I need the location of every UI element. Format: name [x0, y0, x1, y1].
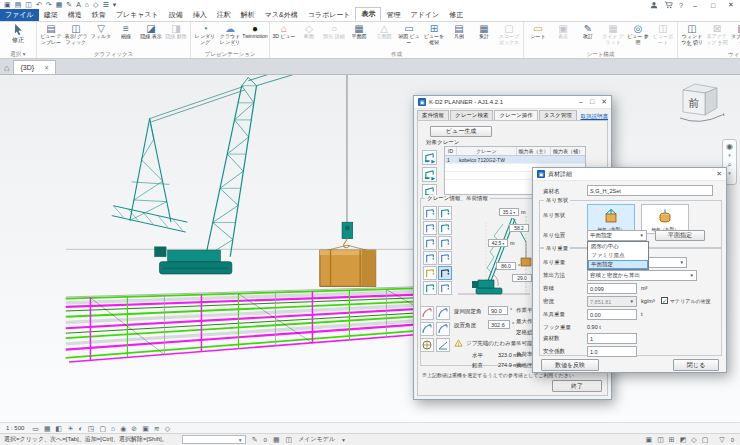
ribbon-button[interactable]: ⌂3D ビュー	[272, 23, 296, 40]
ribbon-tab[interactable]: マス&外構	[260, 9, 303, 21]
close-dialog-button[interactable]: 閉じる	[673, 359, 719, 371]
ribbon-button[interactable]: ▽フィルタ	[89, 23, 113, 40]
scale-button[interactable]: 1 : 500	[3, 424, 27, 432]
material-count-input[interactable]: 1	[587, 333, 637, 344]
install-angle-input[interactable]: 302.6	[488, 320, 510, 329]
ribbon-tab[interactable]: 設備	[164, 9, 188, 21]
crane-tool-button[interactable]	[423, 221, 437, 235]
view-control-icon[interactable]: ⊘	[131, 424, 137, 433]
viewcube-orbit-arrow[interactable]	[680, 115, 722, 121]
view-control-icon[interactable]: ▣	[142, 424, 149, 433]
ribbon-button[interactable]: ◎ビュー 参照	[626, 23, 650, 45]
select-group-label[interactable]: 選択 ▾	[2, 50, 34, 58]
ribbon-button[interactable]: ▦ガイド グリッド	[601, 23, 625, 45]
ribbon-button[interactable]: ⊞ビューを 複製	[422, 23, 446, 45]
ribbon-button[interactable]: ☁クラウド レンダリング	[218, 23, 242, 46]
material-density-checkbox[interactable]: ✓ マテリアルの密度	[661, 297, 711, 304]
viewcube[interactable]: 前	[676, 77, 730, 123]
ribbon-button[interactable]: ≡細線	[114, 23, 138, 40]
qat-icon[interactable]: ↶	[36, 1, 42, 9]
position-combo[interactable]: 平面指定▼	[587, 230, 647, 241]
manual-link[interactable]: 取扱説明書	[581, 113, 609, 120]
grid-icon[interactable]: ▦	[273, 436, 280, 444]
crane-tool-button[interactable]	[423, 206, 437, 220]
rigging-weight-input[interactable]: 0.00	[587, 309, 637, 320]
crane-select-button[interactable]: ▶	[422, 150, 437, 165]
ribbon-button[interactable]: ◇断面	[297, 23, 321, 40]
ribbon-button[interactable]: ◪隠線 表示	[139, 23, 163, 40]
crane-table-row[interactable]: 1 kobelco 7120G2-TW	[445, 156, 585, 164]
qat-icon[interactable]: ▣	[4, 1, 11, 9]
ribbon-button[interactable]: ▦集計	[472, 23, 496, 40]
qat-icon[interactable]: ⌂	[85, 1, 89, 9]
crane-tool-button[interactable]	[423, 266, 437, 280]
crane-tool-button[interactable]	[438, 281, 452, 295]
pencil-icon[interactable]: ✎	[252, 436, 258, 444]
selection-toggle-icon[interactable]: ▢	[702, 436, 709, 444]
ribbon-tab[interactable]: 挿入	[188, 9, 212, 21]
ribbon-button[interactable]: ○部分 詳細	[322, 23, 346, 40]
ribbon-button[interactable]: ◫表示/ グラフィックス	[64, 23, 88, 46]
crane-tool-button[interactable]	[423, 236, 437, 250]
ribbon-button[interactable]: ▤ビュー テンプレート	[39, 23, 63, 46]
view-tab-close-icon[interactable]: ✕	[44, 64, 49, 71]
ribbon-button[interactable]: ⊠非アクティブ を閉じる	[705, 23, 729, 46]
view-tab-3d[interactable]: {3D} ✕	[13, 60, 56, 74]
ribbon-button[interactable]: ▣タブ ビュー	[730, 23, 740, 45]
qat-icon[interactable]: ◫	[25, 1, 32, 9]
selection-toggle-icon[interactable]: ⊞	[669, 436, 675, 444]
volume-input[interactable]: 0.099	[587, 283, 637, 294]
dim-jib-length[interactable]: 35.1▾	[499, 208, 519, 216]
ribbon-tab[interactable]: 注釈	[212, 9, 236, 21]
ribbon-tab[interactable]: 表示	[355, 7, 381, 21]
material-close-icon[interactable]: ✕	[716, 170, 722, 178]
safety-factor-input[interactable]: 1.0	[587, 346, 637, 357]
apply-values-button[interactable]: 数値を反映	[541, 359, 599, 371]
swing-arc-button[interactable]	[420, 322, 434, 336]
qat-icon[interactable]: ▾	[113, 1, 117, 9]
ribbon-button[interactable]: ▢スコープ ボックス	[497, 23, 521, 45]
swing-angle-input[interactable]: 90.0	[488, 306, 508, 315]
view-control-icon[interactable]: ▦	[44, 424, 51, 433]
view-control-icon[interactable]: ▭	[32, 424, 39, 433]
qat-icon[interactable]: ▤	[15, 1, 22, 9]
planner-close-icon[interactable]: ✕	[601, 98, 607, 106]
planner-minimize-icon[interactable]: –	[579, 98, 583, 106]
help-icon[interactable]: ?	[679, 2, 683, 9]
chevron-down-icon[interactable]: ▼	[341, 437, 346, 443]
steering-wheel-icon[interactable]: ◉	[726, 142, 733, 151]
minimize-button[interactable]: –	[689, 2, 701, 9]
ribbon-tab[interactable]: 修正	[444, 9, 468, 21]
account-icon[interactable]	[650, 1, 658, 9]
view-control-icon[interactable]: ≋	[154, 424, 160, 433]
selection-toggle-icon[interactable]: ◇	[691, 436, 696, 444]
dropdown-item[interactable]: ファミリ原点	[588, 251, 648, 260]
ribbon-tab[interactable]: 建築	[39, 9, 63, 21]
slope-button[interactable]	[436, 338, 450, 352]
view-control-icon[interactable]: ⌂	[111, 424, 115, 433]
ribbon-button[interactable]: ●Twinmotion	[243, 23, 267, 40]
qat-icon[interactable]: ✎	[66, 1, 72, 9]
view-control-icon[interactable]: ◐	[79, 424, 83, 433]
ribbon-tab[interactable]: コラボレート	[303, 9, 356, 21]
view-control-icon[interactable]: ◇	[165, 424, 170, 433]
swing-arc-button[interactable]	[420, 306, 434, 320]
dim-total-height[interactable]: 58.2	[509, 224, 529, 232]
ribbon-tab[interactable]: アドイン	[405, 9, 444, 21]
selection-toggle-icon[interactable]: ◫	[657, 436, 664, 444]
maximize-button[interactable]: □	[707, 2, 719, 9]
dim-radius[interactable]: 29.0	[512, 274, 532, 282]
view-control-icon[interactable]: ◧	[56, 424, 63, 433]
dropdown-item[interactable]: 図形の中心	[588, 242, 648, 251]
home-icon[interactable]: ⌂	[4, 63, 9, 73]
cart-icon[interactable]	[664, 1, 673, 9]
crane-tool-button[interactable]	[423, 281, 437, 295]
qat-icon[interactable]: ☰	[102, 1, 108, 9]
view-control-icon[interactable]: ◳	[88, 424, 95, 433]
zoom-icon[interactable]: ⌕	[727, 160, 731, 169]
grid-icon[interactable]: ◫	[286, 436, 293, 444]
ribbon-button[interactable]: ▣表示	[551, 23, 575, 40]
end-button[interactable]: 終了	[552, 380, 602, 392]
workset-combo[interactable]: ▼	[182, 435, 246, 444]
material-titlebar[interactable]: ▣ 資材詳細 ✕	[533, 168, 726, 181]
